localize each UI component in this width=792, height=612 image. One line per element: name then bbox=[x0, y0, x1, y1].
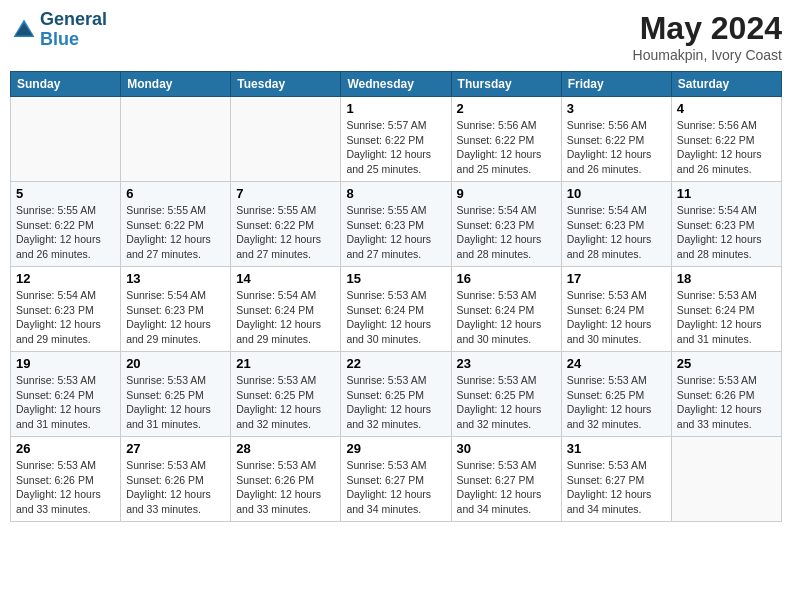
title-block: May 2024 Houmakpin, Ivory Coast bbox=[633, 10, 782, 63]
table-row: 18Sunrise: 5:53 AM Sunset: 6:24 PM Dayli… bbox=[671, 267, 781, 352]
day-number: 13 bbox=[126, 271, 225, 286]
day-number: 16 bbox=[457, 271, 556, 286]
day-number: 9 bbox=[457, 186, 556, 201]
logo: GeneralBlue bbox=[10, 10, 107, 50]
day-number: 22 bbox=[346, 356, 445, 371]
day-info: Sunrise: 5:53 AM Sunset: 6:26 PM Dayligh… bbox=[236, 458, 335, 517]
table-row: 31Sunrise: 5:53 AM Sunset: 6:27 PM Dayli… bbox=[561, 437, 671, 522]
table-row: 7Sunrise: 5:55 AM Sunset: 6:22 PM Daylig… bbox=[231, 182, 341, 267]
day-info: Sunrise: 5:53 AM Sunset: 6:24 PM Dayligh… bbox=[457, 288, 556, 347]
day-info: Sunrise: 5:56 AM Sunset: 6:22 PM Dayligh… bbox=[457, 118, 556, 177]
day-info: Sunrise: 5:53 AM Sunset: 6:25 PM Dayligh… bbox=[126, 373, 225, 432]
day-number: 18 bbox=[677, 271, 776, 286]
day-info: Sunrise: 5:53 AM Sunset: 6:25 PM Dayligh… bbox=[236, 373, 335, 432]
col-thursday: Thursday bbox=[451, 72, 561, 97]
col-saturday: Saturday bbox=[671, 72, 781, 97]
table-row: 8Sunrise: 5:55 AM Sunset: 6:23 PM Daylig… bbox=[341, 182, 451, 267]
day-info: Sunrise: 5:54 AM Sunset: 6:24 PM Dayligh… bbox=[236, 288, 335, 347]
header: GeneralBlue May 2024 Houmakpin, Ivory Co… bbox=[10, 10, 782, 63]
logo-text: GeneralBlue bbox=[40, 10, 107, 50]
table-row: 29Sunrise: 5:53 AM Sunset: 6:27 PM Dayli… bbox=[341, 437, 451, 522]
page: GeneralBlue May 2024 Houmakpin, Ivory Co… bbox=[0, 0, 792, 612]
col-sunday: Sunday bbox=[11, 72, 121, 97]
day-number: 17 bbox=[567, 271, 666, 286]
day-number: 12 bbox=[16, 271, 115, 286]
table-row: 25Sunrise: 5:53 AM Sunset: 6:26 PM Dayli… bbox=[671, 352, 781, 437]
day-info: Sunrise: 5:55 AM Sunset: 6:23 PM Dayligh… bbox=[346, 203, 445, 262]
day-info: Sunrise: 5:53 AM Sunset: 6:26 PM Dayligh… bbox=[126, 458, 225, 517]
table-row: 10Sunrise: 5:54 AM Sunset: 6:23 PM Dayli… bbox=[561, 182, 671, 267]
day-number: 14 bbox=[236, 271, 335, 286]
table-row: 26Sunrise: 5:53 AM Sunset: 6:26 PM Dayli… bbox=[11, 437, 121, 522]
table-row: 14Sunrise: 5:54 AM Sunset: 6:24 PM Dayli… bbox=[231, 267, 341, 352]
calendar-week-row: 1Sunrise: 5:57 AM Sunset: 6:22 PM Daylig… bbox=[11, 97, 782, 182]
day-info: Sunrise: 5:54 AM Sunset: 6:23 PM Dayligh… bbox=[16, 288, 115, 347]
table-row: 5Sunrise: 5:55 AM Sunset: 6:22 PM Daylig… bbox=[11, 182, 121, 267]
day-info: Sunrise: 5:54 AM Sunset: 6:23 PM Dayligh… bbox=[457, 203, 556, 262]
day-number: 2 bbox=[457, 101, 556, 116]
col-monday: Monday bbox=[121, 72, 231, 97]
day-number: 31 bbox=[567, 441, 666, 456]
day-number: 10 bbox=[567, 186, 666, 201]
table-row: 2Sunrise: 5:56 AM Sunset: 6:22 PM Daylig… bbox=[451, 97, 561, 182]
day-number: 28 bbox=[236, 441, 335, 456]
calendar-week-row: 26Sunrise: 5:53 AM Sunset: 6:26 PM Dayli… bbox=[11, 437, 782, 522]
day-info: Sunrise: 5:56 AM Sunset: 6:22 PM Dayligh… bbox=[677, 118, 776, 177]
day-number: 24 bbox=[567, 356, 666, 371]
table-row: 20Sunrise: 5:53 AM Sunset: 6:25 PM Dayli… bbox=[121, 352, 231, 437]
day-number: 7 bbox=[236, 186, 335, 201]
table-row: 21Sunrise: 5:53 AM Sunset: 6:25 PM Dayli… bbox=[231, 352, 341, 437]
logo-icon bbox=[10, 16, 38, 44]
table-row: 12Sunrise: 5:54 AM Sunset: 6:23 PM Dayli… bbox=[11, 267, 121, 352]
month-title: May 2024 bbox=[633, 10, 782, 47]
day-number: 20 bbox=[126, 356, 225, 371]
day-info: Sunrise: 5:55 AM Sunset: 6:22 PM Dayligh… bbox=[16, 203, 115, 262]
day-number: 25 bbox=[677, 356, 776, 371]
day-info: Sunrise: 5:56 AM Sunset: 6:22 PM Dayligh… bbox=[567, 118, 666, 177]
day-info: Sunrise: 5:53 AM Sunset: 6:26 PM Dayligh… bbox=[677, 373, 776, 432]
table-row: 17Sunrise: 5:53 AM Sunset: 6:24 PM Dayli… bbox=[561, 267, 671, 352]
day-number: 23 bbox=[457, 356, 556, 371]
day-number: 30 bbox=[457, 441, 556, 456]
table-row bbox=[231, 97, 341, 182]
table-row: 9Sunrise: 5:54 AM Sunset: 6:23 PM Daylig… bbox=[451, 182, 561, 267]
day-number: 15 bbox=[346, 271, 445, 286]
day-info: Sunrise: 5:55 AM Sunset: 6:22 PM Dayligh… bbox=[236, 203, 335, 262]
day-info: Sunrise: 5:53 AM Sunset: 6:24 PM Dayligh… bbox=[567, 288, 666, 347]
day-info: Sunrise: 5:54 AM Sunset: 6:23 PM Dayligh… bbox=[677, 203, 776, 262]
day-number: 8 bbox=[346, 186, 445, 201]
day-info: Sunrise: 5:53 AM Sunset: 6:25 PM Dayligh… bbox=[457, 373, 556, 432]
table-row: 6Sunrise: 5:55 AM Sunset: 6:22 PM Daylig… bbox=[121, 182, 231, 267]
day-number: 4 bbox=[677, 101, 776, 116]
table-row bbox=[11, 97, 121, 182]
day-info: Sunrise: 5:53 AM Sunset: 6:25 PM Dayligh… bbox=[567, 373, 666, 432]
day-number: 21 bbox=[236, 356, 335, 371]
day-info: Sunrise: 5:53 AM Sunset: 6:27 PM Dayligh… bbox=[457, 458, 556, 517]
table-row: 28Sunrise: 5:53 AM Sunset: 6:26 PM Dayli… bbox=[231, 437, 341, 522]
table-row bbox=[121, 97, 231, 182]
day-number: 5 bbox=[16, 186, 115, 201]
table-row: 11Sunrise: 5:54 AM Sunset: 6:23 PM Dayli… bbox=[671, 182, 781, 267]
day-number: 6 bbox=[126, 186, 225, 201]
day-number: 19 bbox=[16, 356, 115, 371]
day-number: 26 bbox=[16, 441, 115, 456]
day-number: 3 bbox=[567, 101, 666, 116]
calendar-header-row: Sunday Monday Tuesday Wednesday Thursday… bbox=[11, 72, 782, 97]
table-row: 19Sunrise: 5:53 AM Sunset: 6:24 PM Dayli… bbox=[11, 352, 121, 437]
table-row: 4Sunrise: 5:56 AM Sunset: 6:22 PM Daylig… bbox=[671, 97, 781, 182]
table-row: 13Sunrise: 5:54 AM Sunset: 6:23 PM Dayli… bbox=[121, 267, 231, 352]
day-info: Sunrise: 5:53 AM Sunset: 6:24 PM Dayligh… bbox=[346, 288, 445, 347]
day-number: 29 bbox=[346, 441, 445, 456]
table-row: 27Sunrise: 5:53 AM Sunset: 6:26 PM Dayli… bbox=[121, 437, 231, 522]
day-number: 27 bbox=[126, 441, 225, 456]
day-info: Sunrise: 5:54 AM Sunset: 6:23 PM Dayligh… bbox=[567, 203, 666, 262]
table-row: 23Sunrise: 5:53 AM Sunset: 6:25 PM Dayli… bbox=[451, 352, 561, 437]
calendar-week-row: 5Sunrise: 5:55 AM Sunset: 6:22 PM Daylig… bbox=[11, 182, 782, 267]
table-row: 16Sunrise: 5:53 AM Sunset: 6:24 PM Dayli… bbox=[451, 267, 561, 352]
location-title: Houmakpin, Ivory Coast bbox=[633, 47, 782, 63]
calendar-table: Sunday Monday Tuesday Wednesday Thursday… bbox=[10, 71, 782, 522]
day-info: Sunrise: 5:53 AM Sunset: 6:26 PM Dayligh… bbox=[16, 458, 115, 517]
day-info: Sunrise: 5:53 AM Sunset: 6:27 PM Dayligh… bbox=[346, 458, 445, 517]
table-row: 3Sunrise: 5:56 AM Sunset: 6:22 PM Daylig… bbox=[561, 97, 671, 182]
table-row: 1Sunrise: 5:57 AM Sunset: 6:22 PM Daylig… bbox=[341, 97, 451, 182]
